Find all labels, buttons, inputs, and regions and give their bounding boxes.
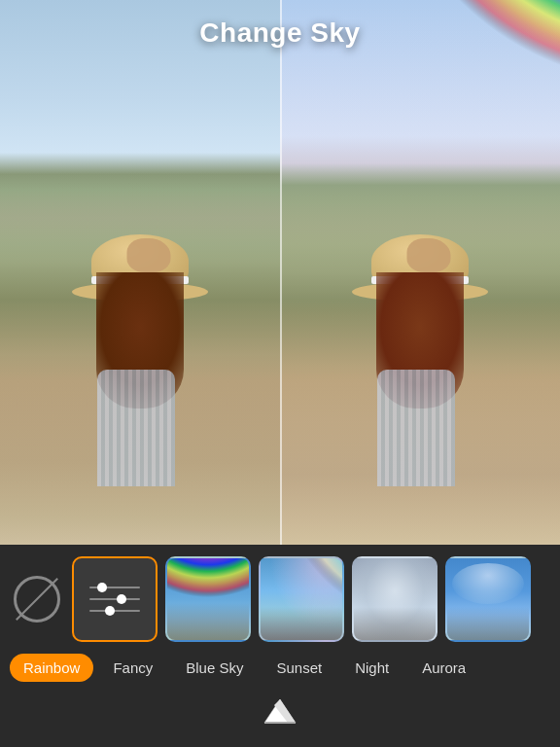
image-comparison-area: Change Sky bbox=[0, 0, 560, 545]
label-aurora[interactable]: Aurora bbox=[408, 654, 479, 682]
label-bluesky[interactable]: Blue Sky bbox=[172, 654, 257, 682]
image-left-panel bbox=[0, 0, 280, 545]
eraser-button[interactable] bbox=[259, 692, 301, 734]
filter-adjust-item[interactable] bbox=[72, 556, 158, 642]
image-right-panel bbox=[280, 0, 560, 545]
filter-rainbow-item[interactable] bbox=[165, 556, 251, 642]
svg-point-2 bbox=[268, 558, 342, 607]
sliders-icon bbox=[89, 587, 140, 612]
label-rainbow[interactable]: Rainbow bbox=[10, 654, 93, 682]
label-row: Rainbow Fancy Blue Sky Sunset Night Auro… bbox=[0, 654, 560, 682]
label-sunset[interactable]: Sunset bbox=[262, 654, 335, 682]
page-title: Change Sky bbox=[0, 18, 560, 49]
filter-night-item[interactable] bbox=[352, 556, 438, 642]
no-filter-item[interactable] bbox=[10, 556, 64, 642]
svg-point-1 bbox=[167, 558, 249, 599]
bottom-panel: Rainbow Fancy Blue Sky Sunset Night Auro… bbox=[0, 545, 560, 747]
no-filter-icon bbox=[14, 576, 60, 622]
filter-row bbox=[0, 545, 560, 654]
eraser-icon bbox=[262, 695, 298, 730]
filter-aurora-item[interactable] bbox=[445, 556, 531, 642]
label-night[interactable]: Night bbox=[341, 654, 402, 682]
filter-fancy-item[interactable] bbox=[259, 556, 344, 642]
label-fancy[interactable]: Fancy bbox=[99, 654, 166, 682]
bottom-toolbar bbox=[0, 682, 560, 744]
split-divider bbox=[280, 0, 282, 545]
